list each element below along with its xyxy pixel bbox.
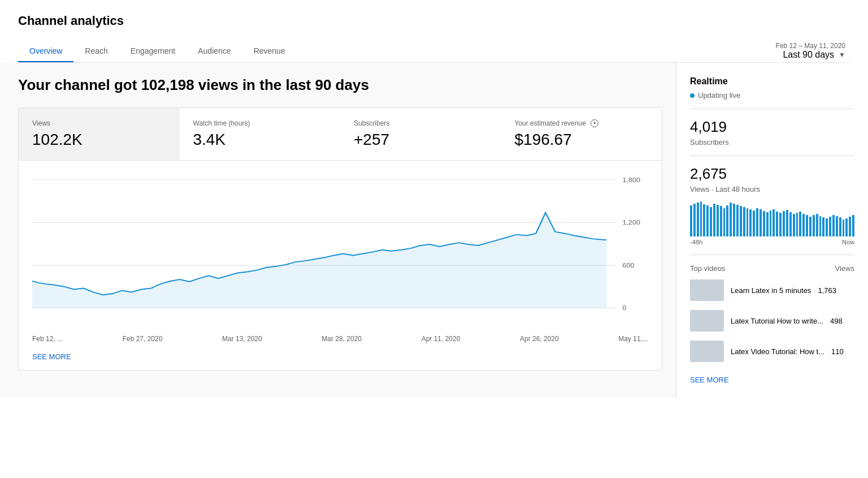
metric-revenue-value: $196.67: [515, 131, 649, 149]
x-label-0: Feb 12, ...: [32, 335, 63, 343]
bar-item: [832, 215, 835, 236]
bar-item: [822, 217, 824, 236]
bar-item: [713, 204, 715, 236]
top-videos-header: Top videos Views: [690, 264, 854, 273]
bar-item: [717, 205, 719, 236]
bar-item: [799, 212, 801, 236]
bar-item: [703, 204, 705, 236]
realtime-views-count: 2,675: [690, 165, 854, 183]
bar-item: [700, 201, 702, 236]
bar-item: [802, 214, 805, 236]
page-title: Channel analytics: [18, 14, 850, 28]
chart-area: 1,800 1,200 600 0: [19, 161, 662, 330]
video-title-1: Latex Tutorial How to write...: [731, 317, 823, 325]
bar-item: [766, 212, 769, 236]
divider-3: [690, 255, 854, 255]
bar-item: [789, 212, 792, 236]
metric-revenue[interactable]: Your estimated revenue $196.67: [501, 108, 662, 160]
tab-overview[interactable]: Overview: [18, 40, 73, 62]
tab-reach[interactable]: Reach: [73, 40, 119, 62]
chevron-down-icon: ▼: [839, 51, 845, 59]
video-row-2[interactable]: Latex Video Tutorial: How t... 110: [690, 341, 854, 362]
bar-item: [852, 215, 854, 236]
views-column-header: Views: [835, 264, 854, 273]
bar-item: [826, 218, 828, 236]
date-range-label: Feb 12 – May 11, 2020: [776, 42, 845, 50]
analytics-card: Views 102.2K Watch time (hours) 3.4K Sub…: [18, 107, 662, 371]
bar-item: [710, 207, 712, 236]
bar-item: [720, 206, 722, 236]
svg-text:0: 0: [623, 304, 627, 311]
bar-item: [776, 212, 778, 236]
video-row-1[interactable]: Latex Tutorial How to write... 498: [690, 310, 854, 331]
svg-text:1,800: 1,800: [623, 176, 640, 183]
video-thumb-1: [690, 310, 724, 331]
bar-item: [779, 213, 782, 236]
bar-item: [753, 210, 755, 236]
bar-item: [813, 215, 815, 236]
video-row-0[interactable]: Learn Latex in 5 minutes 1,763: [690, 279, 854, 301]
video-thumb-2: [690, 341, 724, 362]
tab-audience[interactable]: Audience: [186, 40, 242, 62]
bar-item: [760, 209, 762, 236]
see-more-link[interactable]: SEE MORE: [32, 352, 71, 361]
bar-item: [772, 209, 775, 236]
tab-revenue[interactable]: Revenue: [242, 40, 297, 62]
bar-item: [733, 204, 735, 236]
info-clock-icon: [591, 119, 598, 127]
metric-subscribers[interactable]: Subscribers +257: [340, 108, 501, 160]
video-title-2: Latex Video Tutorial: How t...: [731, 347, 824, 356]
bar-item: [843, 219, 845, 236]
see-more-section: SEE MORE: [19, 343, 662, 370]
metric-views-label: Views: [32, 119, 166, 127]
bar-item: [690, 205, 692, 236]
bar-item: [783, 211, 785, 236]
sidebar-panel: Realtime Updating live 4,019 Subscribers…: [676, 63, 868, 398]
bar-item: [845, 218, 848, 236]
video-thumb-0: [690, 279, 724, 301]
date-range-value: Last 90 days ▼: [783, 50, 845, 60]
realtime-bar-chart: [690, 203, 854, 236]
bar-item: [819, 216, 822, 236]
bar-item: [836, 216, 838, 236]
tabs-nav: Overview Reach Engagement Audience Reven…: [18, 40, 297, 62]
bar-item: [796, 213, 798, 236]
tab-engagement[interactable]: Engagement: [119, 40, 186, 62]
metrics-row: Views 102.2K Watch time (hours) 3.4K Sub…: [19, 108, 662, 161]
metric-views[interactable]: Views 102.2K: [19, 108, 180, 160]
bar-time-labels: -48h Now: [690, 239, 854, 246]
metric-watch-time-value: 3.4K: [193, 131, 327, 149]
realtime-subscribers-label: Subscribers: [690, 138, 854, 147]
realtime-views-label: Views · Last 48 hours: [690, 185, 854, 193]
bar-item: [809, 217, 811, 236]
realtime-status: Updating live: [690, 91, 854, 100]
metric-revenue-label: Your estimated revenue: [515, 119, 649, 127]
bar-item: [763, 211, 765, 236]
top-videos-label: Top videos: [690, 264, 725, 273]
bar-item: [806, 215, 808, 236]
bar-item: [736, 205, 739, 236]
bar-item: [816, 214, 818, 236]
views-chart: 1,800 1,200 600 0: [32, 174, 648, 317]
x-label-5: Apr 26, 2020: [520, 335, 559, 343]
realtime-subscribers-count: 4,019: [690, 118, 854, 136]
bar-time-end: Now: [842, 239, 854, 246]
x-label-1: Feb 27, 2020: [123, 335, 163, 343]
bar-item: [829, 217, 831, 236]
bar-item: [786, 210, 788, 236]
bar-item: [747, 208, 749, 236]
video-views-1: 498: [830, 317, 843, 325]
bar-time-start: -48h: [690, 239, 702, 246]
divider-2: [690, 156, 854, 156]
bar-item: [726, 205, 728, 236]
bar-item: [849, 217, 851, 236]
video-views-0: 1,763: [818, 286, 836, 295]
date-range-selector[interactable]: Feb 12 – May 11, 2020 Last 90 days ▼: [776, 42, 850, 60]
x-label-6: May 11,...: [618, 335, 648, 343]
metric-watch-time[interactable]: Watch time (hours) 3.4K: [180, 108, 341, 160]
bar-item: [723, 208, 726, 236]
x-label-3: Mar 28, 2020: [322, 335, 362, 343]
bar-item: [730, 203, 732, 236]
sidebar-see-more-link[interactable]: SEE MORE: [690, 376, 729, 384]
video-title-0: Learn Latex in 5 minutes: [731, 286, 811, 295]
